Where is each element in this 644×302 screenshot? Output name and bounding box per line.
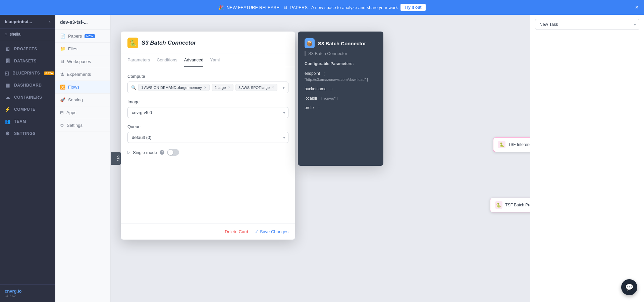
settings-icon: ⚙ [5, 131, 11, 136]
beta-badge: BETA [44, 71, 54, 75]
sidebar-bottom: cnvrg.io v4.7.62 [0, 284, 55, 302]
compute-tag-1: 1 AWS-ON-DEMAND.xlarge-memory × [138, 84, 210, 91]
sidebar-item-projects[interactable]: ⊞ PROJECTS [0, 43, 55, 55]
configurable-params-title: Configurable Parameters: [305, 61, 377, 66]
tab-parameters[interactable]: Parameters [127, 53, 150, 67]
sidebar-item-datasets[interactable]: 🗄 DATASETS [0, 55, 55, 67]
task-panel: New Task ▾ [530, 15, 644, 302]
user-name: sheila. [10, 32, 21, 37]
info-panel-icon: 📦 [305, 38, 315, 48]
info-panel-header: 📦 S3 Batch Connector [305, 38, 377, 48]
remove-compute-tag-1[interactable]: × [204, 85, 207, 90]
sidebar-collapse-button[interactable]: ‹ [49, 19, 51, 24]
compute-tag-2: 2 large × [212, 84, 233, 91]
modal-header: 🐍 S3 Batch Connector [121, 32, 295, 53]
flows-label: Flows [68, 85, 79, 90]
modal-panel: 🐍 S3 Batch Connector Parameters Conditio… [121, 32, 295, 240]
sidebar-item-blueprints[interactable]: ◱ BLUEPRINTS BETA [0, 67, 55, 79]
remove-compute-tag-3[interactable]: × [272, 85, 274, 90]
tab-yaml[interactable]: Yaml [210, 53, 220, 67]
param-prefix-name: prefix [305, 105, 314, 110]
second-nav-apps[interactable]: ⊞ Apps [55, 106, 110, 119]
queue-select-wrapper: default (0) ▾ [127, 132, 288, 143]
sidebar-item-settings[interactable]: ⚙ SETTINGS [0, 128, 55, 140]
try-it-button[interactable]: Try it out [400, 4, 426, 11]
compute-tag-2-text: 2 large [215, 86, 226, 90]
papers-label: Papers [68, 34, 82, 39]
sidebar-item-containers[interactable]: ☁ CONTAINERS [0, 91, 55, 103]
second-nav-files[interactable]: 📁 Files [55, 43, 110, 55]
help-icon[interactable]: ? [160, 150, 164, 155]
team-icon: 👥 [5, 119, 11, 124]
second-nav-experiments[interactable]: ⚗ Experiments [55, 68, 110, 81]
second-nav-flows[interactable]: 🔀 Flows [55, 81, 110, 94]
task-panel-header: New Task ▾ [530, 15, 644, 34]
param-prefix: prefix □ [305, 104, 377, 110]
sidebar-item-team[interactable]: 👥 TEAM [0, 115, 55, 128]
sidebar-item-projects-label: PROJECTS [14, 47, 37, 51]
delete-card-button[interactable]: Delete Card [225, 229, 248, 234]
monitor-icon: 🖥 [283, 5, 287, 10]
tab-conditions[interactable]: Conditions [157, 53, 177, 67]
modal-body: Compute 🔍 1 AWS-ON-DEMAND.xlarge-memory … [121, 67, 295, 223]
modal-title: S3 Batch Connector [142, 40, 196, 46]
sidebar-item-dashboard[interactable]: ▦ DASHBOARD [0, 79, 55, 91]
compute-icon: ⚡ [5, 107, 11, 112]
second-nav-serving[interactable]: 🚀 Serving [55, 94, 110, 106]
second-sidebar-header: dev-s3-tsf-... [55, 15, 110, 30]
sidebar-item-dashboard-label: DASHBOARD [14, 83, 42, 88]
second-nav-settings[interactable]: ⚙ Settings [55, 119, 110, 132]
files-label: Files [68, 46, 77, 51]
brand-name: cnvrg.io [5, 289, 51, 294]
sidebar-version: v4.7.62 [5, 294, 51, 298]
serving-label: Serving [68, 97, 83, 102]
close-banner-button[interactable]: × [635, 4, 639, 11]
param-localdir-name: localdir [305, 96, 317, 101]
search-icon: 🔍 [131, 85, 136, 90]
chat-button[interactable]: 💬 [621, 279, 637, 295]
compute-dropdown-button[interactable]: ▾ [282, 85, 285, 90]
param-prefix-value: □ [318, 106, 320, 110]
second-nav-workspaces[interactable]: 🖥 Workspaces [55, 55, 110, 68]
blueprints-icon: ◱ [5, 70, 9, 76]
sidebar-item-containers-label: CONTAINERS [14, 95, 42, 100]
queue-select[interactable]: default (0) [127, 132, 288, 143]
task-select[interactable]: New Task [535, 19, 639, 30]
sidebar: blueprintsd... ‹ ○ sheila. ⊞ PROJECTS 🗄 … [0, 15, 55, 302]
sidebar-item-compute[interactable]: ⚡ COMPUTE [0, 103, 55, 115]
compute-field-label: Compute [127, 74, 288, 79]
user-icon: ○ [5, 32, 7, 37]
task-select-wrapper: New Task ▾ [535, 19, 639, 30]
experiments-label: Experiments [67, 72, 91, 77]
sidebar-item-compute-label: COMPUTE [14, 107, 36, 112]
modal-footer: Delete Card ✓ Save Changes [121, 223, 295, 240]
sidebar-item-team-label: TEAM [14, 119, 26, 124]
apps-label: Apps [66, 110, 76, 115]
save-changes-label: Save Changes [260, 229, 288, 234]
single-mode-label: Single mode [133, 150, 157, 155]
image-select-wrapper: cnvrg:v5.0 ▾ [127, 107, 288, 118]
image-field-label: Image [127, 99, 288, 104]
second-nav-papers[interactable]: 📄 Papers NEW [55, 30, 110, 43]
info-panel-subtitle: S3 Batch Connector [305, 51, 377, 56]
save-changes-button[interactable]: ✓ Save Changes [255, 229, 288, 234]
content-area: dev 🐍 S3 Batch Connector Parameters Cond… [111, 15, 644, 302]
image-select[interactable]: cnvrg:v5.0 [127, 107, 288, 118]
play-icon: ▷ [127, 150, 130, 155]
param-bucketname: bucketname □ [305, 86, 377, 92]
containers-icon: ☁ [5, 95, 11, 100]
projects-icon: ⊞ [5, 46, 11, 52]
sidebar-user: ○ sheila. [0, 29, 55, 40]
apps-icon: ⊞ [60, 110, 64, 115]
single-mode-toggle[interactable] [167, 149, 179, 156]
banner-content: 🎉 NEW FEATURE RELEASE! 🖥 PAPERS - A new … [218, 4, 425, 11]
remove-compute-tag-2[interactable]: × [228, 85, 230, 90]
modal-icon: 🐍 [127, 38, 138, 48]
tsf-inference-icon: 🐍 [498, 141, 505, 148]
tsf-batch-icon: 🐍 [495, 201, 502, 209]
settings-label: Settings [67, 123, 83, 128]
top-banner: 🎉 NEW FEATURE RELEASE! 🖥 PAPERS - A new … [0, 0, 644, 15]
flow-canvas: dev 🐍 S3 Batch Connector Parameters Cond… [111, 15, 644, 302]
info-panel-title: S3 Batch Connector [318, 41, 366, 46]
tab-advanced[interactable]: Advanced [184, 53, 204, 67]
